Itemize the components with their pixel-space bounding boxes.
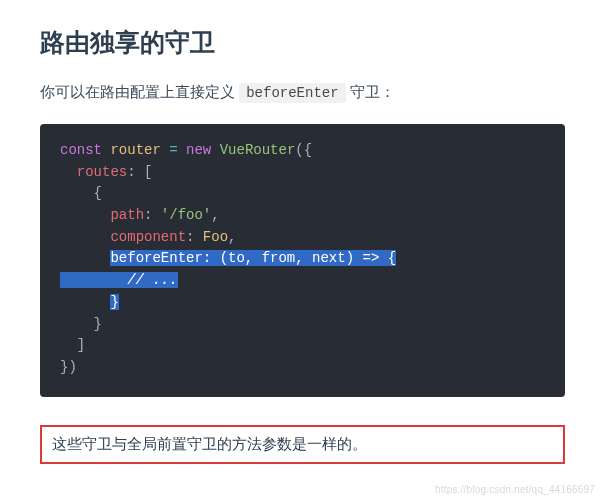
code-token: ]	[77, 337, 85, 353]
code-token: }	[110, 294, 118, 310]
code-block: const router = new VueRouter({ routes: […	[40, 124, 565, 397]
code-token: // ...	[127, 272, 177, 288]
watermark: https://blog.csdn.net/qq_44166697	[435, 484, 595, 495]
selected-code: }	[110, 294, 118, 310]
code-token: VueRouter	[220, 142, 296, 158]
code-token: routes	[77, 164, 127, 180]
note-text: 这些守卫与全局前置守卫的方法参数是一样的。	[52, 435, 367, 452]
intro-text-after: 守卫：	[346, 83, 395, 100]
code-token: '/foo'	[161, 207, 211, 223]
code-token: :	[127, 164, 135, 180]
document-page: 路由独享的守卫 你可以在路由配置上直接定义 beforeEnter 守卫： co…	[0, 0, 605, 464]
code-token: component	[110, 229, 186, 245]
code-token: =	[169, 142, 177, 158]
intro-paragraph: 你可以在路由配置上直接定义 beforeEnter 守卫：	[40, 83, 565, 102]
code-token: :	[186, 229, 194, 245]
code-token: :	[203, 250, 211, 266]
code-token: path	[110, 207, 144, 223]
code-token: beforeEnter	[110, 250, 202, 266]
code-token: [	[144, 164, 152, 180]
section-heading: 路由独享的守卫	[40, 26, 565, 59]
highlighted-note-box: 这些守卫与全局前置守卫的方法参数是一样的。	[40, 425, 565, 464]
code-token: Foo	[203, 229, 228, 245]
code-token: =>	[362, 250, 379, 266]
code-token: new	[186, 142, 211, 158]
code-token: (to, from, next)	[220, 250, 354, 266]
code-token: {	[94, 185, 102, 201]
code-token: ,	[211, 207, 219, 223]
code-token: })	[60, 359, 77, 375]
selected-code: beforeEnter: (to, from, next) => {	[110, 250, 396, 266]
code-token: {	[388, 250, 396, 266]
code-token: ,	[228, 229, 236, 245]
intro-text-before: 你可以在路由配置上直接定义	[40, 83, 239, 100]
code-token: const	[60, 142, 102, 158]
code-token: }	[94, 316, 102, 332]
selected-code: // ...	[60, 272, 178, 288]
code-token: ({	[295, 142, 312, 158]
code-token: router	[110, 142, 160, 158]
inline-code-beforeEnter: beforeEnter	[239, 83, 345, 103]
code-token: :	[144, 207, 152, 223]
